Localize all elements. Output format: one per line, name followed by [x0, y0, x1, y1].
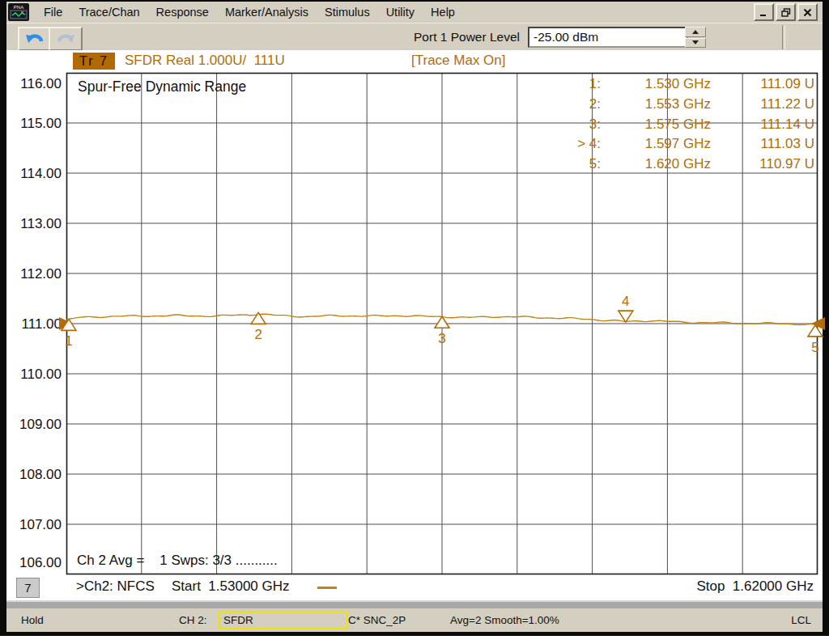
- avg-smooth-status: Avg=2 Smooth=1.00%: [450, 614, 559, 626]
- down-arrow-icon: [692, 40, 699, 44]
- spin-down-button[interactable]: [685, 38, 706, 49]
- sweep-status: Hold: [21, 614, 44, 626]
- channel-indicator: CH 2:: [179, 614, 207, 626]
- undo-button[interactable]: [18, 27, 52, 51]
- svg-text:PNA: PNA: [14, 5, 23, 10]
- marker-readout-row-3: 3:1.575 GHz111.14 U: [529, 115, 814, 135]
- marker-readout-row-1: 1:1.530 GHz111.09 U: [529, 74, 814, 95]
- marker-4-label: 4: [622, 294, 629, 309]
- marker-frequency: 1.620 GHz: [601, 155, 711, 175]
- marker-readout-row-2: 2:1.553 GHz111.22 U: [529, 95, 814, 115]
- redo-arrow-icon: [56, 31, 75, 47]
- marker-3[interactable]: 3: [435, 316, 449, 346]
- marker-5[interactable]: 5: [808, 325, 823, 355]
- averaging-status-text: Ch 2 Avg = 1 Swps: 3/3 ...........: [77, 553, 278, 569]
- toolbar-separator: [782, 25, 785, 49]
- marker-frequency: 1.597 GHz: [601, 134, 711, 155]
- marker-number: > 4:: [529, 134, 601, 155]
- toolbar: Port 1 Power Level: [6, 23, 823, 51]
- marker-value: 111.14 U: [711, 115, 814, 135]
- chart-title: Spur-Free Dynamic Range: [78, 78, 246, 95]
- channel-label: >Ch2: NFCS: [76, 578, 155, 595]
- marker-2-label: 2: [254, 327, 261, 342]
- measurement-class-label: SFDR: [223, 614, 253, 626]
- marker-number: 1:: [529, 74, 601, 95]
- marker-number: 2:: [529, 95, 601, 115]
- pna-application-window: PNA FileTrace/ChanResponseMarker/Analysi…: [0, 0, 829, 644]
- stimulus-footer: 7 >Ch2: NFCS Start 1.53000 GHz Stop 1.62…: [6, 576, 823, 600]
- y-axis-label: 110.00: [8, 366, 62, 383]
- close-button[interactable]: [797, 3, 818, 21]
- marker-5-label: 5: [811, 340, 818, 355]
- status-bar: Hold CH 2: SFDR C* SNC_2P Avg=2 Smooth=1…: [6, 608, 823, 632]
- marker-value: 110.97 U: [711, 155, 814, 175]
- restore-button[interactable]: [776, 3, 796, 21]
- menu-bar: PNA FileTrace/ChanResponseMarker/Analysi…: [6, 2, 823, 23]
- local-remote-indicator: LCL: [791, 614, 811, 626]
- spin-up-button[interactable]: [685, 27, 706, 37]
- trace-color-dash: [317, 587, 337, 589]
- menu-item-help[interactable]: Help: [423, 3, 463, 21]
- measurement-class-box[interactable]: SFDR: [219, 611, 348, 629]
- marker-number: 5:: [529, 155, 601, 175]
- y-axis-label: 113.00: [8, 216, 62, 232]
- marker-number: 3:: [529, 115, 601, 135]
- measurement-display: Tr 7 SFDR Real 1.000U/ 111U [Trace Max O…: [6, 50, 823, 600]
- y-axis-label: 106.00: [8, 555, 62, 571]
- menu-item-utility[interactable]: Utility: [378, 3, 423, 21]
- trace-max-annotation: [Trace Max On]: [411, 53, 506, 69]
- chart-plot-area[interactable]: 12345 Spur-Free Dynamic Range 1:1.530 GH…: [66, 73, 818, 574]
- trace-header: Tr 7 SFDR Real 1.000U/ 111U [Trace Max O…: [6, 52, 823, 71]
- power-level-input[interactable]: [528, 27, 688, 48]
- marker-value: 111.22 U: [711, 95, 814, 115]
- menu-items: FileTrace/ChanResponseMarker/AnalysisSti…: [36, 3, 463, 21]
- y-axis-label: 114.00: [8, 166, 62, 182]
- y-axis-label: 107.00: [8, 517, 62, 533]
- marker-3-label: 3: [438, 331, 445, 346]
- marker-frequency: 1.575 GHz: [601, 115, 711, 135]
- marker-value: 111.03 U: [711, 134, 814, 155]
- pna-app-icon[interactable]: PNA: [8, 3, 29, 21]
- stop-frequency-label: Stop 1.62000 GHz: [696, 578, 814, 595]
- undo-arrow-icon: [25, 31, 45, 47]
- window-controls: [754, 3, 818, 21]
- power-level-spinner: [685, 27, 704, 48]
- marker-readout-row-5: 5:1.620 GHz110.97 U: [529, 155, 814, 175]
- trace-descriptor[interactable]: SFDR Real 1.000U/ 111U: [125, 53, 285, 69]
- marker-frequency: 1.553 GHz: [601, 95, 711, 115]
- menu-item-response[interactable]: Response: [148, 3, 217, 21]
- menu-item-marker-analysis[interactable]: Marker/Analysis: [217, 3, 317, 21]
- y-axis-label: 109.00: [8, 417, 62, 433]
- power-level-label: Port 1 Power Level: [380, 30, 520, 44]
- menu-item-file[interactable]: File: [36, 3, 70, 21]
- up-arrow-icon: [692, 30, 699, 34]
- y-axis-label: 108.00: [8, 467, 62, 483]
- menu-item-stimulus[interactable]: Stimulus: [317, 3, 378, 21]
- marker-4[interactable]: 4: [619, 294, 633, 322]
- y-axis-label: 115.00: [8, 116, 62, 132]
- trace-number-badge[interactable]: Tr 7: [73, 53, 115, 70]
- y-axis-label: 111.00: [8, 316, 62, 333]
- y-axis-label: 116.00: [8, 76, 62, 92]
- marker-1-label: 1: [65, 333, 72, 349]
- minimize-button[interactable]: [754, 3, 774, 21]
- bottom-margin: [0, 636, 829, 644]
- marker-readout-row-4: > 4:1.597 GHz111.03 U: [529, 134, 814, 155]
- menu-item-trace-chan[interactable]: Trace/Chan: [70, 3, 147, 21]
- marker-readout-table: 1:1.530 GHz111.09 U2:1.553 GHz111.22 U3:…: [529, 74, 814, 175]
- marker-frequency: 1.530 GHz: [601, 74, 711, 95]
- start-frequency-label: Start 1.53000 GHz: [172, 578, 290, 595]
- trace-tab-7[interactable]: 7: [16, 578, 40, 598]
- redo-button[interactable]: [49, 27, 83, 51]
- cal-status: C* SNC_2P: [348, 614, 406, 626]
- marker-value: 111.09 U: [711, 74, 814, 95]
- marker-2[interactable]: 2: [251, 312, 266, 342]
- y-axis-label: 112.00: [8, 266, 62, 282]
